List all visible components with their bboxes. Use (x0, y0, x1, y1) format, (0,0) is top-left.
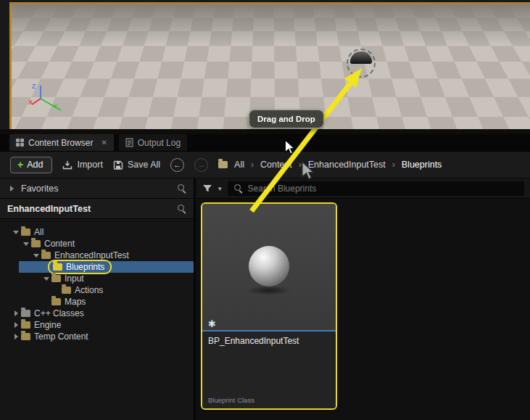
tree-item-label: Maps (65, 297, 86, 307)
folder-icon (31, 240, 41, 247)
preview-mesh-dome (350, 52, 372, 64)
asset-drop-preview (347, 49, 376, 78)
chevron-down-icon[interactable]: ▾ (218, 185, 222, 192)
breadcrumb-separator: › (392, 160, 395, 170)
back-button[interactable]: ← (170, 158, 184, 172)
tutorial-highlight-box: Blueprints (48, 260, 112, 274)
folder-tree: All Content EnhancedInputTest Blueprints (0, 219, 194, 420)
plus-icon: + (17, 161, 23, 168)
chevron-down-icon[interactable] (42, 277, 51, 281)
folder-icon (218, 161, 228, 168)
asset-thumbnail: ✱ (202, 204, 336, 330)
tree-item-input[interactable]: Input (0, 273, 194, 284)
tab-content-browser[interactable]: Content Browser ✕ (9, 134, 114, 151)
chevron-right-icon[interactable] (12, 334, 20, 339)
sphere-thumbnail (249, 246, 289, 287)
chevron-down-icon[interactable] (22, 242, 30, 246)
asset-type-label: Blueprint Class (208, 396, 254, 404)
tree-item-temp-content[interactable]: Temp Content (0, 331, 194, 342)
forward-button[interactable]: → (194, 158, 208, 172)
mouse-cursor (284, 139, 296, 155)
chevron-down-icon[interactable] (32, 254, 41, 258)
tab-label: Output Log (138, 138, 181, 148)
search-icon[interactable] (177, 204, 186, 213)
content-browser-icon (16, 139, 24, 147)
output-log-icon (125, 138, 133, 147)
import-icon (62, 160, 73, 170)
folder-icon (21, 228, 30, 236)
add-button-label: Add (27, 160, 43, 170)
filter-search-bar: ▾ (196, 178, 530, 199)
tree-item-label: Content (44, 239, 75, 249)
folder-icon (51, 275, 61, 282)
tree-item-label: C++ Classes (34, 308, 84, 318)
save-all-button[interactable]: Save All (113, 160, 160, 170)
tree-item-label: EnhancedInputTest (54, 250, 129, 260)
asset-name: BP_EnhancedInputTest (208, 336, 330, 346)
tree-item-all[interactable]: All (0, 226, 194, 238)
axis-label-z: Z (32, 83, 36, 90)
axis-label-y: Y (54, 103, 57, 110)
tree-item-maps[interactable]: Maps (0, 296, 194, 308)
tree-item-cpp-classes[interactable]: C++ Classes (0, 308, 194, 319)
tooltip-label: Drag and Drop (257, 115, 315, 123)
save-icon (113, 160, 123, 170)
content-browser-toolbar: + Add Import Save All ← → All (0, 151, 530, 178)
search-field[interactable] (228, 181, 524, 196)
content-browser-sidebar: Favorites EnhancedInputTest All Content … (0, 178, 195, 420)
tree-item-label: Blueprints (66, 262, 104, 272)
folder-icon (41, 252, 51, 259)
tree-item-label: Actions (75, 285, 103, 295)
save-all-button-label: Save All (128, 160, 160, 170)
collection-header[interactable]: EnhancedInputTest (0, 199, 194, 219)
chevron-right-icon[interactable] (7, 186, 16, 192)
folder-icon (62, 287, 71, 294)
tree-item-label: Input (65, 273, 84, 284)
search-input[interactable] (248, 184, 524, 194)
unreal-editor-window: Z X Y Content Browser ✕ Output Log + Add (0, 0, 530, 420)
unsaved-asterisk-icon: ✱ (208, 318, 216, 329)
forward-arrow-icon: → (197, 160, 205, 169)
breadcrumb-separator: › (251, 160, 254, 170)
breadcrumb-blueprints[interactable]: Blueprints (402, 160, 442, 170)
panel-tab-bar: Content Browser ✕ Output Log (0, 134, 530, 151)
breadcrumb: All › Content › EnhancedInputTest › Blue… (218, 160, 442, 170)
drag-and-drop-tooltip: Drag and Drop (249, 110, 324, 128)
search-icon[interactable] (177, 184, 186, 193)
back-arrow-icon: ← (173, 160, 181, 169)
tree-item-label: Temp Content (34, 332, 88, 342)
favorites-label: Favorites (21, 184, 58, 194)
chevron-right-icon[interactable] (12, 310, 20, 316)
breadcrumb-content[interactable]: Content (260, 160, 292, 170)
tree-item-label: Engine (34, 320, 61, 330)
close-icon[interactable]: ✕ (101, 139, 107, 147)
favorites-header[interactable]: Favorites (0, 178, 194, 199)
breadcrumb-enhancedinputtest[interactable]: EnhancedInputTest (308, 160, 386, 170)
import-button[interactable]: Import (62, 160, 102, 170)
tree-item-content[interactable]: Content (0, 238, 194, 250)
axis-gizmo: Z X Y (28, 81, 64, 115)
tree-item-label: All (34, 227, 44, 237)
collection-label: EnhancedInputTest (7, 204, 91, 214)
folder-icon (21, 321, 30, 329)
sphere-shadow (247, 286, 291, 295)
asset-tile-bp-enhancedinputtest[interactable]: ✱ BP_EnhancedInputTest Blueprint Class (201, 202, 337, 410)
add-button[interactable]: + Add (10, 157, 52, 173)
asset-meta: BP_EnhancedInputTest Blueprint Class (202, 332, 336, 408)
filter-funnel-icon[interactable] (202, 184, 212, 193)
tree-item-engine[interactable]: Engine (0, 319, 194, 331)
tree-item-blueprints[interactable]: Blueprints (0, 261, 194, 273)
search-icon (233, 184, 243, 193)
axis-label-x: X (28, 99, 33, 106)
tab-output-log[interactable]: Output Log (119, 134, 187, 151)
folder-icon (21, 333, 30, 340)
cpp-folder-icon (21, 310, 30, 317)
tree-item-actions[interactable]: Actions (0, 284, 194, 296)
folder-icon (53, 263, 62, 271)
chevron-right-icon[interactable] (12, 322, 20, 328)
folder-icon (51, 298, 61, 305)
breadcrumb-all[interactable]: All (234, 160, 244, 170)
chevron-down-icon[interactable] (12, 231, 20, 234)
import-button-label: Import (77, 160, 102, 170)
drag-ghost-cursor (301, 161, 315, 181)
